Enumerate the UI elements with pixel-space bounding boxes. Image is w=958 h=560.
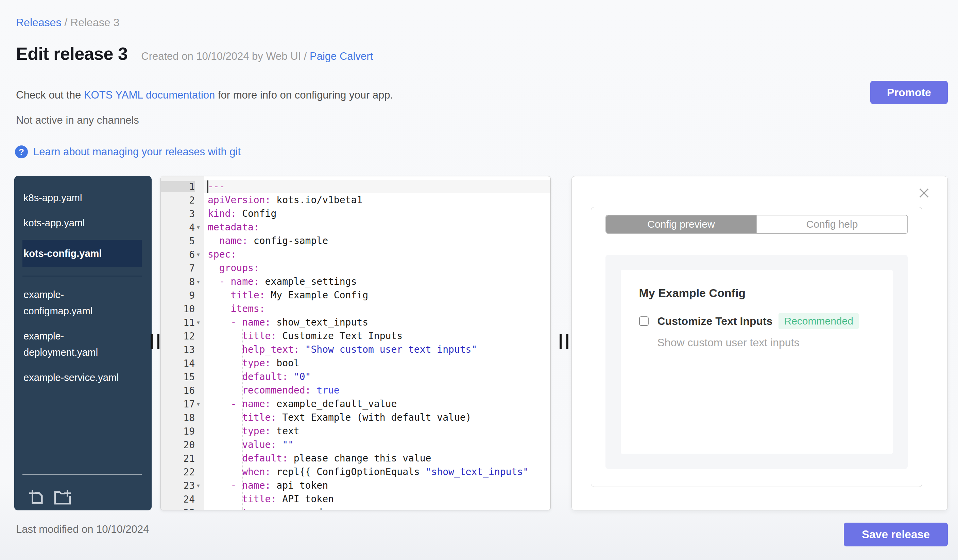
sidebar-editor-resize-handle[interactable]: [151, 334, 159, 349]
new-folder-icon[interactable]: [54, 490, 71, 506]
customize-text-inputs-checkbox[interactable]: [639, 316, 649, 326]
fold-arrow-icon[interactable]: ▾: [195, 278, 204, 285]
code-line-12: 12 title: Customize Text Inputs: [161, 329, 550, 343]
code-text: when: repl{{ ConfigOptionEquals "show_te…: [204, 465, 550, 479]
breadcrumb-releases-link[interactable]: Releases: [16, 16, 61, 28]
doc-prefix: Check out the: [16, 89, 84, 101]
line-number: 20: [161, 439, 195, 451]
created-text: Created on 10/10/2024 by Web UI /: [141, 50, 310, 62]
file-tab-example-service.yaml[interactable]: example-service.yaml: [14, 369, 152, 386]
sidebar-bottom: [14, 475, 152, 510]
code-text: - name: example_settings: [204, 275, 550, 288]
line-number: 13: [161, 344, 195, 356]
code-text: title: Text Example (with default value): [204, 411, 550, 424]
code-line-24: 24 title: API token: [161, 492, 550, 506]
code-text: - name: example_default_value: [204, 397, 550, 411]
file-tab-example-configmap.yaml[interactable]: example-configmap.yaml: [14, 286, 152, 319]
code-line-4: 4▾metadata:: [161, 220, 550, 234]
code-editor[interactable]: 1---2apiVersion: kots.io/v1beta13kind: C…: [160, 176, 551, 510]
code-text: default: please change this value: [204, 452, 550, 465]
code-line-6: 6▾spec:: [161, 248, 550, 261]
last-modified-text: Last modified on 10/10/2024: [16, 523, 149, 536]
config-tab-group: Config preview Config help: [606, 215, 908, 234]
editor-preview-resize-handle[interactable]: [560, 334, 568, 349]
code-text: - name: show_text_inputs: [204, 316, 550, 329]
breadcrumb-separator: /: [61, 16, 70, 28]
line-number: 21: [161, 453, 195, 464]
code-text: title: Customize Text Inputs: [204, 329, 550, 343]
line-number: 8: [161, 276, 195, 288]
git-help-link[interactable]: ? Learn about managing your releases wit…: [15, 146, 241, 158]
fold-arrow-icon[interactable]: ▾: [195, 251, 204, 258]
code-text: items:: [204, 302, 550, 316]
code-line-17: 17▾ - name: example_default_value: [161, 397, 550, 411]
config-item-label: Customize Text Inputs: [657, 315, 773, 327]
code-text: type: text: [204, 424, 550, 438]
code-line-11: 11▾ - name: show_text_inputs: [161, 316, 550, 329]
author-link[interactable]: Paige Calvert: [310, 50, 373, 62]
code-line-18: 18 title: Text Example (with default val…: [161, 411, 550, 424]
line-number: 4: [161, 222, 195, 233]
tab-config-help[interactable]: Config help: [757, 215, 907, 233]
code-line-13: 13 help_text: "Show custom user text inp…: [161, 343, 550, 356]
code-text: help_text: "Show custom user text inputs…: [204, 343, 550, 356]
config-render-area: My Example Config Customize Text Inputs …: [606, 255, 908, 469]
file-tab-kots-config.yaml[interactable]: kots-config.yaml: [22, 240, 142, 267]
editor-lines: 1---2apiVersion: kots.io/v1beta13kind: C…: [161, 180, 550, 510]
code-line-5: 5 name: config-sample: [161, 234, 550, 248]
line-number: 19: [161, 426, 195, 437]
line-number: 2: [161, 195, 195, 206]
line-number: 17: [161, 399, 195, 410]
line-number: 15: [161, 372, 195, 383]
code-text: name: config-sample: [204, 234, 550, 248]
sidebar-actions: [29, 490, 71, 506]
line-number: 25: [161, 507, 195, 511]
text-cursor: [207, 180, 208, 193]
doc-suffix: for more info on configuring your app.: [215, 89, 393, 101]
code-text: type: password: [204, 506, 550, 510]
file-tab-k8s-app.yaml[interactable]: k8s-app.yaml: [14, 190, 152, 206]
line-number: 18: [161, 412, 195, 423]
new-file-icon[interactable]: [29, 490, 45, 506]
breadcrumb-current: Release 3: [70, 16, 119, 28]
code-text: groups:: [204, 261, 550, 275]
code-line-23: 23▾ - name: api_token: [161, 479, 550, 492]
question-mark-icon: ?: [15, 146, 28, 158]
line-number: 24: [161, 494, 195, 505]
line-number: 10: [161, 304, 195, 315]
file-tab-example-deployment.yaml[interactable]: example-deployment.yaml: [14, 328, 152, 361]
release-editor-page: Releases / Release 3 Edit release 3 Crea…: [0, 0, 958, 560]
tab-config-preview[interactable]: Config preview: [606, 215, 757, 233]
config-preview-card: Config preview Config help My Example Co…: [591, 207, 922, 487]
line-number: 12: [161, 331, 195, 342]
code-line-2: 2apiVersion: kots.io/v1beta1: [161, 193, 550, 207]
file-list-divider: [22, 276, 142, 276]
line-number: 7: [161, 263, 195, 274]
code-line-19: 19 type: text: [161, 424, 550, 438]
code-line-8: 8▾ - name: example_settings: [161, 275, 550, 288]
line-number: 1: [161, 181, 195, 192]
code-line-9: 9 title: My Example Config: [161, 288, 550, 302]
fold-arrow-icon[interactable]: ▾: [195, 401, 204, 407]
file-tab-kots-app.yaml[interactable]: kots-app.yaml: [14, 215, 152, 231]
save-release-button[interactable]: Save release: [844, 523, 948, 546]
fold-arrow-icon[interactable]: ▾: [195, 319, 204, 326]
code-text: type: bool: [204, 356, 550, 370]
title-row: Edit release 3 Created on 10/10/2024 by …: [16, 43, 373, 64]
code-text: metadata:: [204, 220, 550, 234]
fold-arrow-icon[interactable]: ▾: [195, 482, 204, 489]
promote-button[interactable]: Promote: [870, 81, 948, 104]
fold-arrow-icon[interactable]: ▾: [195, 224, 204, 231]
config-preview-panel: Config preview Config help My Example Co…: [571, 176, 948, 510]
kots-yaml-doc-link[interactable]: KOTS YAML documentation: [84, 89, 215, 101]
close-icon[interactable]: [918, 187, 931, 199]
code-line-1: 1---: [161, 180, 550, 193]
line-number: 11: [161, 317, 195, 328]
code-text: title: API token: [204, 492, 550, 506]
line-number: 23: [161, 480, 195, 491]
code-line-20: 20 value: "": [161, 438, 550, 452]
line-number: 9: [161, 290, 195, 301]
code-line-22: 22 when: repl{{ ConfigOptionEquals "show…: [161, 465, 550, 479]
config-item-help-text: Show custom user text inputs: [657, 336, 874, 349]
file-list: k8s-app.yamlkots-app.yamlkots-config.yam…: [14, 190, 152, 386]
